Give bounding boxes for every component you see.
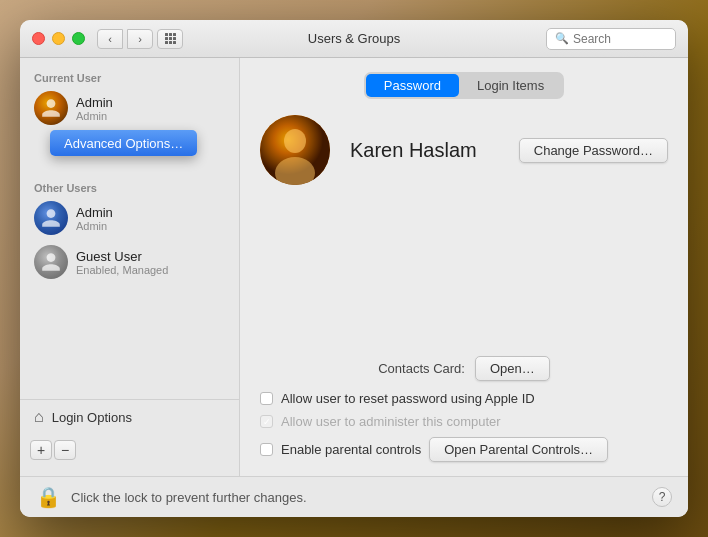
- user-silhouette-icon: [40, 97, 62, 119]
- other-user-role-0: Admin: [76, 220, 113, 232]
- reset-pwd-checkbox[interactable]: [260, 392, 273, 405]
- current-user-label: Current User: [20, 68, 239, 86]
- sidebar: Current User Admin Admin Advanced Option…: [20, 58, 240, 476]
- change-password-button[interactable]: Change Password…: [519, 138, 668, 163]
- help-button[interactable]: ?: [652, 487, 672, 507]
- tab-group: Password Login Items: [364, 72, 564, 99]
- guest-user-avatar: [34, 245, 68, 279]
- traffic-lights: [32, 32, 85, 45]
- login-options-button[interactable]: ⌂ Login Options: [20, 399, 239, 434]
- window-title: Users & Groups: [308, 31, 400, 46]
- close-button[interactable]: [32, 32, 45, 45]
- context-menu[interactable]: Advanced Options…: [50, 130, 197, 156]
- profile-avatar-icon: [260, 115, 330, 185]
- grid-button[interactable]: [157, 29, 183, 49]
- remove-user-button[interactable]: −: [54, 440, 76, 460]
- current-user-info: Admin Admin: [76, 95, 113, 122]
- other-users-label: Other Users: [20, 178, 239, 196]
- options-area: Allow user to reset password using Apple…: [260, 391, 668, 462]
- parental-checkbox[interactable]: [260, 443, 273, 456]
- maximize-button[interactable]: [72, 32, 85, 45]
- reset-pwd-label: Allow user to reset password using Apple…: [281, 391, 535, 406]
- current-user-name: Admin: [76, 95, 113, 110]
- lock-text: Click the lock to prevent further change…: [71, 490, 642, 505]
- add-user-button[interactable]: +: [30, 440, 52, 460]
- guest-user-item[interactable]: Guest User Enabled, Managed: [20, 240, 239, 284]
- titlebar: ‹ › Users & Groups 🔍: [20, 20, 688, 58]
- other-user-item-0[interactable]: Admin Admin: [20, 196, 239, 240]
- main-body: Contacts Card: Open… Allow user to reset…: [260, 205, 668, 462]
- main-content: Password Login Items: [240, 58, 688, 476]
- back-button[interactable]: ‹: [97, 29, 123, 49]
- sidebar-bottom-buttons: + −: [20, 434, 239, 466]
- svg-point-1: [284, 129, 306, 153]
- minimize-button[interactable]: [52, 32, 65, 45]
- tab-login-items[interactable]: Login Items: [459, 74, 562, 97]
- current-user-avatar: [34, 91, 68, 125]
- option-reset-pwd-row: Allow user to reset password using Apple…: [260, 391, 668, 406]
- parental-label: Enable parental controls: [281, 442, 421, 457]
- guest-user-info: Guest User Enabled, Managed: [76, 249, 168, 276]
- current-user-item[interactable]: Admin Admin: [20, 86, 239, 130]
- tab-password[interactable]: Password: [366, 74, 459, 97]
- contacts-card-label: Contacts Card:: [378, 361, 465, 376]
- nav-buttons: ‹ ›: [97, 29, 153, 49]
- open-contacts-button[interactable]: Open…: [475, 356, 550, 381]
- window: ‹ › Users & Groups 🔍 Current User: [20, 20, 688, 517]
- contacts-row: Contacts Card: Open…: [260, 356, 668, 381]
- profile-name: Karen Haslam: [350, 139, 519, 162]
- other-user-avatar-0: [34, 201, 68, 235]
- admin-checkbox[interactable]: [260, 415, 273, 428]
- search-icon: 🔍: [555, 32, 569, 45]
- guest-user-name: Guest User: [76, 249, 168, 264]
- profile-avatar: [260, 115, 330, 185]
- search-box[interactable]: 🔍: [546, 28, 676, 50]
- user-silhouette-icon: [40, 251, 62, 273]
- other-user-name-0: Admin: [76, 205, 113, 220]
- login-options-label: Login Options: [52, 410, 132, 425]
- forward-button[interactable]: ›: [127, 29, 153, 49]
- content-area: Current User Admin Admin Advanced Option…: [20, 58, 688, 476]
- house-icon: ⌂: [34, 408, 44, 426]
- bottom-bar: 🔒 Click the lock to prevent further chan…: [20, 476, 688, 517]
- admin-label: Allow user to administer this computer: [281, 414, 501, 429]
- open-parental-button[interactable]: Open Parental Controls…: [429, 437, 608, 462]
- user-profile-row: Karen Haslam Change Password…: [260, 115, 668, 185]
- context-menu-label: Advanced Options…: [64, 136, 183, 151]
- search-input[interactable]: [573, 32, 667, 46]
- user-silhouette-icon: [40, 207, 62, 229]
- option-parental-row: Enable parental controls Open Parental C…: [260, 437, 668, 462]
- option-admin-row: Allow user to administer this computer: [260, 414, 668, 429]
- guest-user-role: Enabled, Managed: [76, 264, 168, 276]
- grid-icon: [165, 33, 176, 44]
- other-user-info-0: Admin Admin: [76, 205, 113, 232]
- current-user-role: Admin: [76, 110, 113, 122]
- lock-icon[interactable]: 🔒: [36, 485, 61, 509]
- tab-bar: Password Login Items: [260, 72, 668, 99]
